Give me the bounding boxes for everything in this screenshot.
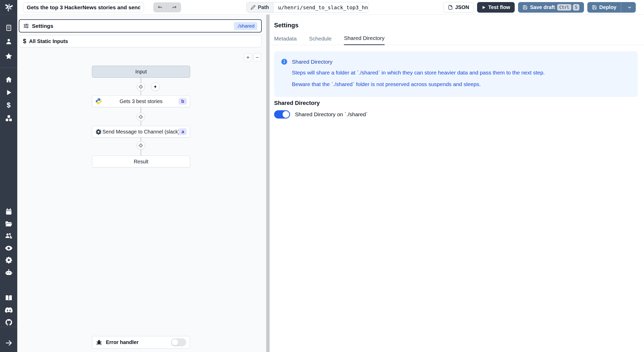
- redo-button[interactable]: [168, 3, 180, 12]
- add-trigger-button[interactable]: [151, 82, 160, 91]
- robot-icon[interactable]: [0, 267, 17, 278]
- folder-icon[interactable]: [0, 218, 17, 230]
- star-icon[interactable]: [0, 51, 17, 62]
- gear-icon[interactable]: [0, 254, 17, 266]
- sidebar-divider: [0, 68, 17, 68]
- plus-icon: [139, 85, 143, 89]
- kbd-s: S: [573, 4, 580, 11]
- static-inputs-label: All Static Inputs: [29, 38, 68, 44]
- save-draft-button[interactable]: Save draft Ctrl S: [518, 2, 584, 13]
- calendar-icon[interactable]: [0, 206, 17, 217]
- settings-tabs: Metadata Schedule Shared Directory: [270, 34, 644, 45]
- panel-resize-handle[interactable]: [266, 15, 270, 352]
- add-step-button[interactable]: [137, 141, 145, 150]
- save-icon: [523, 5, 528, 10]
- sidebar: $: [0, 0, 17, 352]
- file-icon: [448, 5, 453, 10]
- topbar: Path u/henri/send_to_slack_top3_hn JSON …: [17, 0, 644, 15]
- shared-directory-toggle-row: Shared Directory on `./shared`: [274, 110, 368, 119]
- save-icon: [592, 5, 597, 10]
- all-static-inputs-box[interactable]: $ All Static Inputs: [19, 35, 262, 47]
- flow-settings-box[interactable]: Settings ./shared: [19, 19, 262, 32]
- shared-directory-info-box: Shared Directory Steps will share a fold…: [274, 51, 638, 97]
- tab-metadata[interactable]: Metadata: [274, 36, 297, 45]
- deploy-button[interactable]: Deploy: [587, 2, 636, 13]
- json-button[interactable]: JSON: [443, 2, 474, 13]
- zoom-out-button[interactable]: −: [253, 53, 261, 61]
- step-node-a[interactable]: Send Message to Channel (slack) a: [92, 126, 190, 138]
- groups-icon[interactable]: [0, 230, 17, 241]
- sidebar-divider: [0, 327, 17, 327]
- play-icon[interactable]: [0, 87, 17, 98]
- plus-icon: [139, 115, 143, 119]
- step-id-badge: a: [179, 128, 187, 135]
- sliders-icon: [23, 23, 29, 29]
- shared-dir-badge: ./shared: [234, 22, 257, 30]
- info-title: Shared Directory: [292, 59, 333, 65]
- step-id-badge: b: [179, 98, 187, 105]
- pencil-icon: [251, 5, 256, 10]
- github-icon[interactable]: [0, 317, 17, 328]
- chevron-down-icon: [627, 5, 632, 10]
- path-control: Path u/henri/send_to_slack_top3_hn: [246, 2, 369, 13]
- tab-schedule[interactable]: Schedule: [309, 36, 332, 45]
- plus-icon: [139, 143, 143, 148]
- dollar-icon: $: [23, 38, 26, 45]
- info-line-1: Steps will share a folder at `./shared` …: [292, 70, 631, 76]
- resources-icon[interactable]: [0, 113, 17, 124]
- topbar-actions: JSON Test flow Save draft Ctrl S Deploy: [443, 2, 636, 13]
- kbd-ctrl: Ctrl: [557, 4, 571, 11]
- building-icon[interactable]: [0, 22, 17, 33]
- edit-path-button[interactable]: Path: [247, 2, 273, 12]
- user-icon[interactable]: [0, 36, 17, 47]
- step-node-b[interactable]: Gets 3 best stories b: [92, 95, 190, 107]
- shared-directory-toggle[interactable]: [274, 110, 290, 119]
- eye-icon[interactable]: [0, 242, 17, 254]
- play-icon: [482, 5, 486, 10]
- shared-directory-toggle-label: Shared Directory on `./shared`: [295, 111, 368, 118]
- add-step-button[interactable]: [137, 113, 145, 121]
- path-label: Path: [258, 4, 269, 10]
- flow-title-input[interactable]: [23, 2, 144, 12]
- add-step-button[interactable]: [137, 82, 145, 91]
- test-flow-button[interactable]: Test flow: [477, 2, 515, 13]
- info-icon: [281, 58, 288, 65]
- python-icon: [95, 98, 102, 105]
- zoom-in-button[interactable]: +: [244, 53, 252, 61]
- arrow-right-icon[interactable]: [0, 337, 17, 349]
- flow-graph-panel: Settings ./shared $ All Static Inputs + …: [17, 15, 266, 352]
- shared-directory-section-title: Shared Directory: [274, 100, 320, 106]
- deploy-divider: [621, 2, 621, 13]
- bolt-icon: [153, 85, 158, 89]
- input-node[interactable]: Input: [92, 66, 190, 78]
- settings-title: Settings: [274, 22, 299, 29]
- windmill-logo[interactable]: [0, 0, 17, 15]
- undo-button[interactable]: [154, 3, 166, 12]
- gear-icon: [95, 129, 102, 135]
- deploy-dropdown-button[interactable]: [623, 2, 635, 13]
- bug-icon: [96, 339, 102, 346]
- discord-icon[interactable]: [0, 305, 17, 316]
- path-value[interactable]: u/henri/send_to_slack_top3_hn: [273, 2, 369, 12]
- dollar-icon[interactable]: $: [0, 99, 17, 111]
- home-icon[interactable]: [0, 74, 17, 85]
- error-handler-toggle[interactable]: [171, 338, 186, 346]
- tab-shared-directory[interactable]: Shared Directory: [344, 35, 385, 45]
- info-line-2: Beware that the `./shared` folder is not…: [292, 81, 631, 87]
- book-icon[interactable]: [0, 292, 17, 304]
- undo-redo-group: [153, 2, 181, 12]
- result-node[interactable]: Result: [92, 156, 190, 167]
- settings-panel: Settings Metadata Schedule Shared Direct…: [270, 15, 644, 352]
- flow-settings-label: Settings: [32, 23, 53, 29]
- error-handler-node[interactable]: Error handler: [92, 336, 190, 349]
